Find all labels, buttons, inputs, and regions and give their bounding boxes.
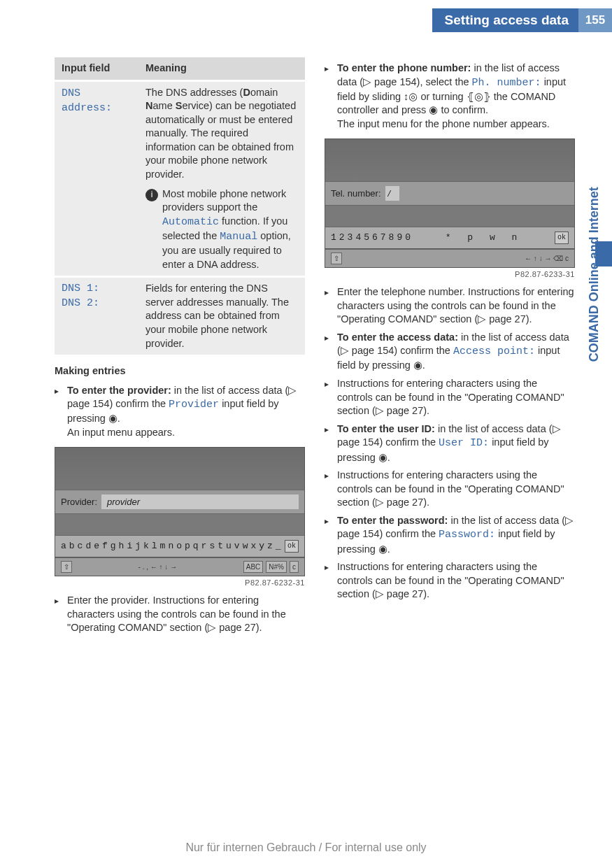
step-item: Instructions for entering characters usi… [325,560,575,602]
sc-top-area [55,448,304,490]
step-arrow-icon [325,331,337,373]
step-body: To enter the phone number: in the list o… [337,62,575,131]
step-body: To enter the password: in the list of ac… [337,514,575,556]
sc-shift-icon: ⇧ [61,561,72,574]
step-body: Enter the provider. Instructions for ent… [67,594,305,635]
step-body: Enter the telephone number. Instructions… [337,285,575,327]
press-icon: ◉ [108,413,118,424]
subhead-making-entries: Making entries [55,364,305,378]
cell-meaning: Fields for entering the DNS server addre… [138,277,305,355]
step-arrow-icon [55,384,67,440]
footer-watermark: Nur für internen Gebrauch / For internal… [0,840,612,855]
sc-gap [55,514,304,535]
step-item: Enter the telephone number. Instructions… [325,285,575,327]
chapter-label: COMAND Online and Internet [585,187,602,362]
table-header-row: Input field Meaning [55,57,305,80]
left-column: Input field Meaning DNS address: The DNS… [55,57,305,639]
step-item: To enter the user ID: in the list of acc… [325,422,575,464]
th-input-field: Input field [55,57,138,80]
step-item: Instructions for entering characters usi… [325,377,575,418]
info-icon: i [145,189,158,201]
step-arrow-icon [325,285,337,327]
step-body: To enter the user ID: in the list of acc… [337,422,575,464]
sc-digits: 1234567890 [331,232,413,244]
cell-meaning: The DNS addresses (Domain Name Service) … [138,80,305,277]
step-item: To enter the phone number: in the list o… [325,62,575,131]
sc-ok-button: ok [285,540,299,553]
sc-right-chips: ABC N#% c [243,561,299,574]
press-icon: ◉ [413,360,422,371]
image-id-label: P82.87-6233-31 [325,269,575,280]
sc-field-label: Provider: [61,496,97,508]
sc-char-row: abcdefghijklmnopqrstuvwxyz_ ok [55,535,304,557]
step-line2: The input menu for the phone number appe… [337,118,575,131]
sc-top-area [325,139,574,181]
sc-nav-chars: ← ↑ ↓ → ⌫ c [525,254,569,264]
page: Setting access data 155 COMAND Online an… [0,0,612,868]
provider-input-screenshot: Provider: provider abcdefghijklmnopqrstu… [55,447,305,577]
table-row: DNS address: The DNS addresses (Domain N… [55,80,305,277]
note-body: Most mobile phone network providers supp… [162,187,298,272]
table-row: DNS 1: DNS 2: Fields for entering the DN… [55,277,305,355]
step-body: Instructions for entering characters usi… [337,469,575,510]
sc-field-row: Provider: provider [55,490,304,515]
step-body: To enter the provider: in the list of ac… [67,384,305,440]
sc-shift-icon: ⇧ [331,252,342,265]
cell-field: DNS 1: DNS 2: [55,277,138,355]
sc-ok-button: ok [555,232,569,244]
step-body: Instructions for entering characters usi… [337,377,575,418]
sc-charset: abcdefghijklmnopqrstuvwxyz_ [61,540,284,553]
page-number: 155 [578,8,612,32]
cell-field: DNS address: [55,80,138,277]
th-meaning: Meaning [138,57,305,80]
step-item: Enter the provider. Instructions for ent… [55,594,305,635]
sc-char-row: 1234567890 * p w n ok [325,227,574,249]
header-title: Setting access data [445,11,578,29]
content-columns: Input field Meaning DNS address: The DNS… [55,57,576,639]
step-item: Instructions for entering characters usi… [325,469,575,510]
step-body: To enter the access data: in the list of… [337,331,575,373]
step-item: To enter the provider: in the list of ac… [55,384,305,440]
header-bar: Setting access data 155 [432,8,612,32]
sc-bottom-row: ⇧ ← ↑ ↓ → ⌫ c [325,249,574,268]
info-note: i Most mobile phone network providers su… [145,187,298,272]
press-icon: ◉ [378,543,387,555]
step-arrow-icon [325,469,337,510]
sc-gap [325,206,574,227]
step-arrow-icon [325,377,337,418]
sc-field-value: provider [101,495,299,510]
turn-icon: ⦃◎⦄ [467,91,491,102]
step-arrow-icon [325,514,337,556]
telnumber-input-screenshot: Tel. number: / 1234567890 * p w n ok ⇧ ←… [325,138,575,269]
dns-address-label: DNS address: [62,87,112,114]
sc-field-label: Tel. number: [331,187,381,200]
step-arrow-icon [325,560,337,602]
image-id-label: P82.87-6232-31 [55,578,305,588]
sc-nav-chars: - . , ← ↑ ↓ → [138,562,178,572]
info-table: Input field Meaning DNS address: The DNS… [55,57,305,355]
step-item: To enter the access data: in the list of… [325,331,575,373]
step-body: Instructions for entering characters usi… [337,560,575,602]
step-arrow-icon [55,594,67,635]
step-arrow-icon [325,62,337,131]
sc-field-value: / [385,186,399,201]
slide-icon: ↕◎ [404,91,418,102]
sc-bottom-row: ⇧ - . , ← ↑ ↓ → ABC N#% c [55,557,304,576]
sc-extra-chars: * p w n [446,232,523,244]
side-label-wrap: COMAND Online and Internet [581,266,606,574]
step-line2: An input menu appears. [67,426,305,440]
sc-field-row: Tel. number: / [325,181,574,206]
press-icon: ◉ [378,452,387,463]
step-item: To enter the password: in the list of ac… [325,514,575,556]
right-column: To enter the phone number: in the list o… [325,57,575,639]
press-icon: ◉ [429,104,438,115]
step-arrow-icon [325,422,337,464]
